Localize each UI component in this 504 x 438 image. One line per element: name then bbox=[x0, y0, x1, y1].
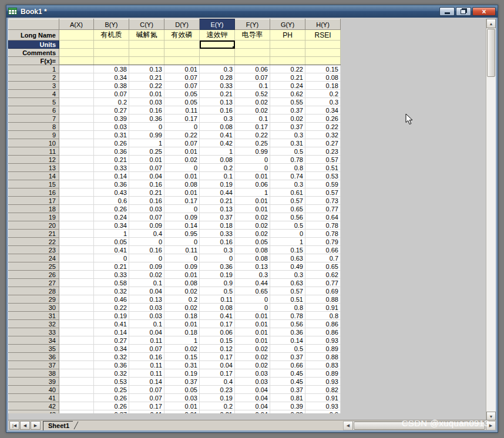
column-header-B(Y)[interactable]: B(Y) bbox=[94, 19, 129, 30]
data-cell[interactable]: 0.37 bbox=[270, 106, 305, 114]
data-cell[interactable]: 0.16 bbox=[129, 180, 164, 188]
data-cell[interactable]: 0.13 bbox=[129, 295, 164, 304]
data-cell[interactable]: 0.01 bbox=[235, 197, 270, 205]
data-cell[interactable]: 0.01 bbox=[235, 205, 270, 213]
header-cell[interactable]: 有效磷 bbox=[164, 30, 200, 41]
data-cell[interactable]: 0.38 bbox=[94, 65, 129, 73]
data-cell[interactable] bbox=[59, 90, 94, 98]
data-cell[interactable]: 0.01 bbox=[164, 320, 200, 328]
data-cell[interactable]: 0.78 bbox=[305, 221, 341, 230]
data-cell[interactable] bbox=[59, 230, 94, 238]
data-cell[interactable]: 0.34 bbox=[94, 73, 129, 82]
data-cell[interactable]: 1 bbox=[129, 139, 164, 147]
data-cell[interactable]: 0.13 bbox=[129, 65, 164, 73]
data-cell[interactable]: 0.56 bbox=[270, 320, 305, 328]
data-cell[interactable] bbox=[59, 139, 94, 147]
data-cell[interactable]: 0.21 bbox=[200, 410, 235, 414]
data-cell[interactable]: 0.34 bbox=[305, 106, 341, 114]
header-cell[interactable]: 碱解氮 bbox=[129, 30, 164, 41]
data-cell[interactable]: 0.01 bbox=[164, 410, 200, 414]
data-cell[interactable]: 0.22 bbox=[94, 304, 129, 312]
data-cell[interactable]: 0.16 bbox=[200, 238, 235, 246]
header-cell[interactable] bbox=[305, 49, 341, 57]
data-cell[interactable]: 0.01 bbox=[164, 147, 200, 156]
data-cell[interactable]: 0.01 bbox=[164, 402, 200, 410]
data-cell[interactable]: 0.43 bbox=[94, 188, 129, 197]
data-cell[interactable]: 0.25 bbox=[129, 147, 164, 156]
row-number[interactable]: 4 bbox=[9, 90, 59, 98]
data-cell[interactable]: 0 bbox=[235, 164, 270, 172]
data-cell[interactable]: 0 bbox=[200, 254, 235, 262]
data-cell[interactable]: 0.2 bbox=[164, 295, 200, 304]
row-number[interactable]: 14 bbox=[9, 172, 59, 180]
data-cell[interactable]: 0.21 bbox=[200, 197, 235, 205]
data-cell[interactable]: 0.21 bbox=[129, 73, 164, 82]
data-cell[interactable]: 0.11 bbox=[129, 369, 164, 378]
data-cell[interactable]: 0 bbox=[164, 254, 200, 262]
row-number[interactable]: 26 bbox=[9, 271, 59, 279]
data-cell[interactable]: 0.26 bbox=[94, 394, 129, 402]
data-cell[interactable]: 0.93 bbox=[305, 378, 341, 386]
data-cell[interactable]: 0.32 bbox=[305, 131, 341, 139]
data-cell[interactable]: 0.32 bbox=[94, 287, 129, 295]
data-cell[interactable]: 0.06 bbox=[200, 328, 235, 336]
data-cell[interactable]: 0.86 bbox=[305, 320, 341, 328]
header-cell[interactable] bbox=[164, 57, 200, 65]
data-cell[interactable]: 0.4 bbox=[129, 230, 164, 238]
data-cell[interactable]: 0.04 bbox=[235, 394, 270, 402]
row-number[interactable]: 31 bbox=[9, 312, 59, 320]
header-cell[interactable]: RSEI bbox=[305, 30, 341, 41]
row-number[interactable]: 42 bbox=[9, 402, 59, 410]
data-cell[interactable]: 0.3 bbox=[200, 114, 235, 123]
data-cell[interactable]: 0.45 bbox=[270, 378, 305, 386]
row-number[interactable]: 13 bbox=[9, 164, 59, 172]
data-cell[interactable]: 0.17 bbox=[164, 197, 200, 205]
sheet-tab-sheet1[interactable]: Sheet1 bbox=[43, 421, 73, 430]
data-cell[interactable] bbox=[59, 378, 94, 386]
data-cell[interactable]: 0.99 bbox=[235, 147, 270, 156]
row-label[interactable]: F(x)= bbox=[9, 57, 59, 65]
data-cell[interactable]: 0.5 bbox=[270, 221, 305, 230]
data-cell[interactable]: 0.19 bbox=[164, 369, 200, 378]
data-cell[interactable]: 0.01 bbox=[164, 172, 200, 180]
header-cell[interactable] bbox=[94, 49, 129, 57]
data-cell[interactable] bbox=[59, 73, 94, 82]
data-cell[interactable]: 0.07 bbox=[94, 90, 129, 98]
row-number[interactable]: 1 bbox=[9, 65, 59, 73]
data-cell[interactable]: 0.91 bbox=[305, 394, 341, 402]
data-cell[interactable]: 0.02 bbox=[164, 345, 200, 353]
data-cell[interactable]: 0.34 bbox=[94, 221, 129, 230]
data-cell[interactable]: 0.22 bbox=[129, 82, 164, 90]
data-cell[interactable]: 0.08 bbox=[235, 254, 270, 262]
data-cell[interactable]: 0.17 bbox=[164, 114, 200, 123]
row-number[interactable]: 40 bbox=[9, 386, 59, 394]
data-cell[interactable]: 0.39 bbox=[270, 402, 305, 410]
data-cell[interactable]: 0.56 bbox=[270, 213, 305, 221]
data-cell[interactable]: 0.26 bbox=[94, 402, 129, 410]
data-cell[interactable]: 0.21 bbox=[94, 156, 129, 164]
header-cell[interactable] bbox=[235, 41, 270, 49]
data-cell[interactable]: 0.69 bbox=[305, 287, 341, 295]
row-label[interactable]: Long Name bbox=[9, 30, 59, 41]
data-cell[interactable]: 0.26 bbox=[94, 205, 129, 213]
data-cell[interactable] bbox=[59, 197, 94, 205]
row-number[interactable]: 24 bbox=[9, 254, 59, 262]
data-cell[interactable]: 0.04 bbox=[129, 287, 164, 295]
data-cell[interactable]: 0.02 bbox=[164, 156, 200, 164]
data-cell[interactable]: 0.33 bbox=[94, 271, 129, 279]
data-cell[interactable] bbox=[59, 180, 94, 188]
data-cell[interactable]: 0.31 bbox=[270, 139, 305, 147]
data-cell[interactable]: 0.01 bbox=[235, 312, 270, 320]
row-number[interactable]: 41 bbox=[9, 394, 59, 402]
data-cell[interactable]: 0.37 bbox=[270, 123, 305, 131]
row-number[interactable]: 5 bbox=[9, 98, 59, 106]
data-cell[interactable]: 0.36 bbox=[129, 114, 164, 123]
data-cell[interactable]: 0.3 bbox=[270, 131, 305, 139]
row-number[interactable]: 21 bbox=[9, 230, 59, 238]
data-cell[interactable]: 0.02 bbox=[235, 106, 270, 114]
data-cell[interactable]: 0.05 bbox=[164, 90, 200, 98]
data-cell[interactable]: 0.88 bbox=[305, 295, 341, 304]
data-cell[interactable]: 0.49 bbox=[270, 262, 305, 271]
data-cell[interactable]: 0.34 bbox=[94, 345, 129, 353]
data-cell[interactable]: 0.19 bbox=[200, 180, 235, 188]
